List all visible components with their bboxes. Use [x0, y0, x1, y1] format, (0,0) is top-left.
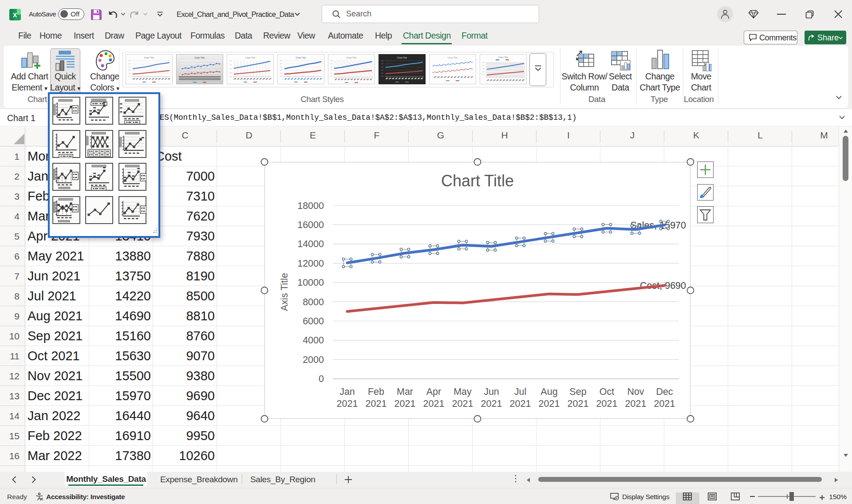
svg-text:2021: 2021: [654, 398, 675, 409]
svg-text:Chart Title: Chart Title: [296, 56, 306, 59]
svg-text:2021: 2021: [539, 398, 560, 409]
svg-text:Nov: Nov: [627, 386, 644, 397]
svg-text:Chart Title: Chart Title: [498, 56, 509, 59]
svg-text:2021: 2021: [625, 398, 647, 409]
svg-text:Apr: Apr: [426, 386, 441, 397]
svg-text:Jun: Jun: [484, 386, 499, 397]
svg-text:Dec: Dec: [656, 386, 673, 397]
svg-text:0: 0: [319, 374, 324, 384]
svg-text:2021: 2021: [366, 398, 387, 409]
svg-text:2021: 2021: [510, 398, 531, 409]
svg-text:Chart Title: Chart Title: [245, 56, 256, 59]
svg-text:18000: 18000: [297, 201, 324, 211]
svg-text:14000: 14000: [297, 239, 324, 249]
svg-text:8000: 8000: [303, 297, 324, 307]
svg-text:May: May: [454, 386, 472, 397]
svg-text:2021: 2021: [423, 398, 445, 409]
svg-text:2021: 2021: [337, 398, 358, 409]
svg-text:Axis Title: Axis Title: [279, 273, 290, 311]
svg-text:Chart Title: Chart Title: [347, 56, 357, 59]
svg-text:Chart Title: Chart Title: [144, 56, 154, 59]
svg-text:Chart Title: Chart Title: [448, 56, 458, 59]
svg-text:2021: 2021: [481, 398, 502, 409]
svg-text:10000: 10000: [297, 277, 324, 288]
svg-text:Aug: Aug: [540, 386, 557, 397]
svg-text:Chart Title: Chart Title: [397, 56, 407, 59]
svg-text:12000: 12000: [297, 258, 324, 269]
svg-text:2021: 2021: [394, 398, 416, 409]
svg-text:2021: 2021: [452, 398, 473, 409]
svg-text:Mar: Mar: [397, 386, 413, 397]
svg-text:Jul: Jul: [514, 386, 526, 397]
svg-text:Chart Title: Chart Title: [195, 56, 205, 59]
svg-text:Oct: Oct: [600, 386, 614, 397]
svg-text:16000: 16000: [297, 220, 324, 230]
svg-text:6000: 6000: [303, 316, 324, 327]
svg-text:2000: 2000: [303, 354, 324, 365]
svg-text:Chart Title: Chart Title: [441, 172, 514, 190]
svg-text:4000: 4000: [303, 335, 324, 346]
svg-text:Feb: Feb: [368, 386, 384, 397]
svg-text:2021: 2021: [596, 398, 618, 409]
svg-text:Jan: Jan: [339, 386, 355, 397]
svg-text:Sep: Sep: [569, 386, 586, 397]
svg-text:2021: 2021: [568, 398, 589, 409]
svg-text:X: X: [13, 12, 17, 19]
